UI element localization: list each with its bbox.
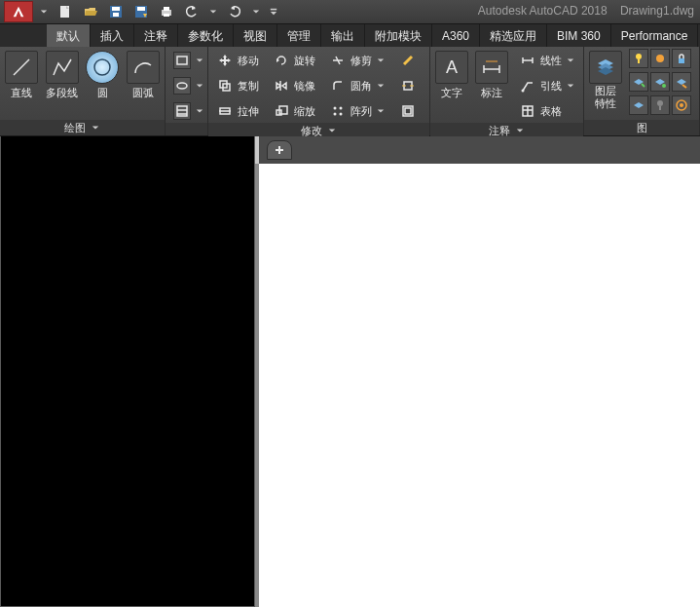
line-button[interactable]: 直线 bbox=[4, 49, 39, 100]
leader-dropdown[interactable] bbox=[566, 76, 575, 95]
svg-rect-46 bbox=[679, 58, 684, 63]
work-area bbox=[0, 136, 700, 607]
svg-point-13 bbox=[177, 83, 187, 89]
polyline-label: 多段线 bbox=[46, 86, 78, 100]
layer-make-current-icon[interactable] bbox=[629, 72, 648, 92]
layer-lock-icon[interactable] bbox=[672, 49, 691, 68]
annot-panel-dropdown[interactable] bbox=[514, 125, 526, 136]
rectangle-dropdown[interactable] bbox=[195, 51, 204, 70]
redo-icon[interactable] bbox=[224, 2, 245, 21]
array-button[interactable]: 阵列 bbox=[325, 99, 389, 123]
layer-properties-button[interactable]: 图层 特性 bbox=[588, 49, 623, 109]
copy-button[interactable]: 复制 bbox=[212, 74, 263, 97]
tab-parametric[interactable]: 参数化 bbox=[178, 24, 234, 47]
svg-rect-2 bbox=[112, 7, 120, 11]
tab-bim360[interactable]: BIM 360 bbox=[547, 24, 611, 47]
layer-freeze-icon[interactable] bbox=[650, 49, 670, 68]
app-menu-button[interactable] bbox=[4, 1, 33, 22]
undo-dropdown[interactable] bbox=[206, 2, 220, 21]
paper-space[interactable] bbox=[259, 164, 700, 607]
svg-point-26 bbox=[340, 113, 343, 116]
hatch-button[interactable] bbox=[169, 99, 208, 123]
leader-label: 引线 bbox=[540, 79, 562, 94]
tab-performance[interactable]: Performance bbox=[611, 24, 699, 47]
save-icon[interactable] bbox=[105, 2, 127, 21]
qat-customize-dropdown[interactable] bbox=[267, 2, 280, 21]
new-icon[interactable] bbox=[55, 2, 76, 21]
saveas-icon[interactable] bbox=[130, 2, 152, 21]
mirror-label: 镜像 bbox=[294, 79, 315, 94]
hatch-dropdown[interactable] bbox=[195, 101, 204, 121]
fillet-dropdown[interactable] bbox=[376, 76, 386, 95]
layer-label1: 图层 bbox=[595, 86, 616, 96]
svg-point-39 bbox=[522, 90, 525, 93]
offset-button[interactable] bbox=[395, 99, 421, 123]
text-button[interactable]: A 文字 bbox=[434, 49, 469, 100]
tab-a360[interactable]: A360 bbox=[432, 24, 480, 47]
redo-dropdown[interactable] bbox=[249, 2, 263, 21]
svg-point-47 bbox=[662, 84, 666, 88]
product-name: Autodesk AutoCAD 2018 bbox=[478, 4, 608, 18]
table-label: 表格 bbox=[540, 104, 562, 119]
svg-rect-8 bbox=[164, 14, 169, 17]
linear-label: 线性 bbox=[540, 54, 562, 68]
rectangle-button[interactable] bbox=[169, 49, 208, 72]
stretch-label: 拉伸 bbox=[238, 104, 259, 119]
tab-default[interactable]: 默认 bbox=[47, 24, 91, 47]
rotate-button[interactable]: 旋转 bbox=[269, 49, 319, 72]
app-menu-dropdown[interactable] bbox=[37, 2, 51, 21]
draw-panel-dropdown[interactable] bbox=[90, 122, 101, 133]
svg-rect-7 bbox=[164, 7, 169, 11]
trim-dropdown[interactable] bbox=[376, 51, 386, 70]
trim-button[interactable]: 修剪 bbox=[325, 49, 389, 72]
svg-point-45 bbox=[656, 55, 664, 62]
tab-annotate[interactable]: 注释 bbox=[134, 24, 178, 47]
undo-icon[interactable] bbox=[181, 2, 203, 21]
circle-button[interactable]: 圆 bbox=[86, 49, 121, 100]
layer-off-icon[interactable] bbox=[650, 95, 670, 115]
linear-dropdown[interactable] bbox=[566, 51, 575, 70]
explode-button[interactable] bbox=[395, 74, 421, 97]
trim-label: 修剪 bbox=[350, 54, 372, 68]
layer-isolate-icon[interactable] bbox=[629, 95, 648, 115]
linear-button[interactable]: 线性 bbox=[515, 49, 579, 72]
arc-button[interactable]: 圆弧 bbox=[126, 49, 161, 100]
scale-button[interactable]: 缩放 bbox=[269, 99, 319, 123]
tab-addins[interactable]: 附加模块 bbox=[365, 24, 432, 47]
modify-panel-dropdown[interactable] bbox=[326, 125, 338, 136]
leader-button[interactable]: 引线 bbox=[515, 74, 579, 97]
tab-view[interactable]: 视图 bbox=[234, 24, 277, 47]
layer-on-icon[interactable] bbox=[629, 49, 648, 68]
layer-previous-icon[interactable] bbox=[672, 72, 691, 92]
tab-insert[interactable]: 插入 bbox=[91, 24, 134, 47]
erase-button[interactable] bbox=[395, 49, 421, 72]
svg-text:A: A bbox=[446, 57, 458, 77]
move-button[interactable]: 移动 bbox=[212, 49, 263, 72]
svg-rect-31 bbox=[405, 108, 411, 114]
open-icon[interactable] bbox=[80, 2, 101, 21]
file-tabs bbox=[259, 136, 700, 164]
ellipse-button[interactable] bbox=[169, 74, 208, 97]
ellipse-dropdown[interactable] bbox=[195, 76, 204, 95]
layer-state-icon[interactable] bbox=[672, 95, 691, 115]
stretch-button[interactable]: 拉伸 bbox=[212, 99, 263, 123]
dimension-button[interactable]: 标注 bbox=[475, 49, 510, 100]
mirror-button[interactable]: 镜像 bbox=[269, 74, 319, 97]
tab-output[interactable]: 输出 bbox=[321, 24, 365, 47]
new-drawing-tab-button[interactable] bbox=[267, 140, 292, 160]
fillet-button[interactable]: 圆角 bbox=[325, 74, 389, 97]
filename: Drawing1.dwg bbox=[620, 4, 694, 18]
fillet-label: 圆角 bbox=[350, 79, 372, 94]
layer-match-icon[interactable] bbox=[650, 72, 670, 92]
tab-manage[interactable]: 管理 bbox=[277, 24, 321, 47]
svg-rect-3 bbox=[113, 13, 119, 17]
array-dropdown[interactable] bbox=[376, 101, 386, 121]
table-button[interactable]: 表格 bbox=[515, 99, 579, 123]
model-viewport[interactable] bbox=[0, 136, 255, 607]
tabs-lead-spacer bbox=[0, 24, 47, 47]
arc-label: 圆弧 bbox=[132, 86, 154, 100]
print-icon[interactable] bbox=[156, 2, 177, 21]
polyline-button[interactable]: 多段线 bbox=[45, 49, 80, 100]
tab-featured[interactable]: 精选应用 bbox=[480, 24, 547, 47]
svg-rect-44 bbox=[638, 59, 640, 63]
